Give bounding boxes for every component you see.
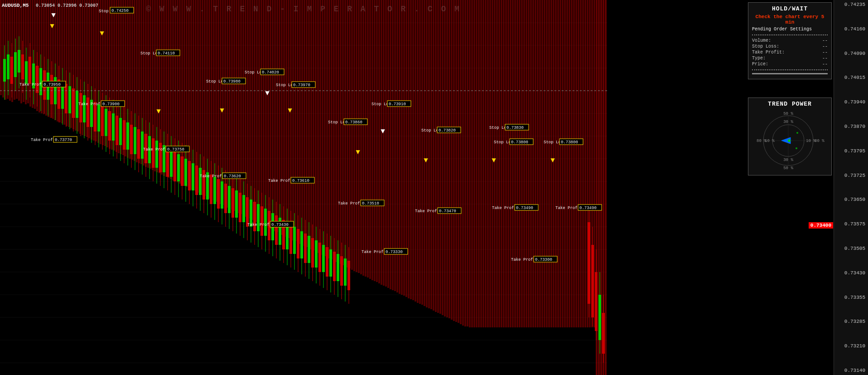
svg-rect-429 xyxy=(264,209,267,236)
svg-rect-30 xyxy=(32,0,34,108)
svg-rect-272 xyxy=(580,0,582,327)
svg-rect-271 xyxy=(578,0,579,327)
svg-rect-248 xyxy=(526,0,527,327)
svg-rect-347 xyxy=(116,116,118,145)
svg-rect-34 xyxy=(41,0,43,113)
svg-rect-136 xyxy=(272,0,274,230)
sl-value-11: 0.73800 xyxy=(561,140,578,145)
svg-rect-257 xyxy=(546,0,548,327)
alert-text: Check the chart every 5 min xyxy=(752,14,828,25)
svg-rect-289 xyxy=(10,57,13,84)
svg-rect-258 xyxy=(548,0,550,327)
svg-rect-447 xyxy=(297,229,299,258)
svg-rect-227 xyxy=(478,0,480,327)
svg-rect-156 xyxy=(317,0,319,253)
svg-rect-381 xyxy=(177,154,180,181)
price-13: 0.73355 xyxy=(835,295,867,300)
svg-rect-140 xyxy=(281,0,283,235)
svg-rect-31 xyxy=(34,0,36,109)
tp-value-9: 0.73490 xyxy=(516,206,533,210)
svg-rect-293 xyxy=(18,50,20,73)
price-9: 0.73650 xyxy=(835,197,867,202)
svg-rect-223 xyxy=(469,0,471,327)
svg-rect-389 xyxy=(192,163,194,190)
svg-rect-229 xyxy=(482,0,484,327)
svg-rect-157 xyxy=(319,0,321,254)
svg-rect-175 xyxy=(360,0,362,274)
svg-rect-151 xyxy=(306,0,308,247)
svg-rect-149 xyxy=(301,0,303,245)
svg-rect-485 xyxy=(602,313,605,354)
svg-rect-254 xyxy=(539,0,541,327)
svg-rect-475 xyxy=(347,261,350,290)
price-16: 0.73140 xyxy=(835,368,867,373)
price-1: 0.74235 xyxy=(835,2,867,7)
svg-rect-443 xyxy=(289,224,292,254)
svg-rect-25 xyxy=(20,0,22,103)
svg-rect-183 xyxy=(378,0,380,283)
svg-rect-263 xyxy=(559,0,561,327)
svg-rect-383 xyxy=(181,156,183,186)
svg-rect-182 xyxy=(376,0,378,282)
svg-rect-146 xyxy=(294,0,296,241)
svg-rect-262 xyxy=(557,0,559,327)
sl-value-1: 0.74250 xyxy=(111,9,129,13)
svg-rect-133 xyxy=(265,0,267,227)
tp-value-10: 0.73490 xyxy=(579,206,597,210)
svg-rect-471 xyxy=(340,256,343,286)
sl-value-3: 0.74020 xyxy=(262,70,279,75)
svg-rect-214 xyxy=(448,0,450,318)
svg-rect-247 xyxy=(523,0,525,327)
svg-rect-469 xyxy=(337,254,339,281)
svg-rect-287 xyxy=(7,54,10,79)
svg-rect-481 xyxy=(595,272,598,331)
tp-value-8: 0.73470 xyxy=(439,209,456,214)
hold-wait-panel: HOLD/WAIT Check the chart every 5 min Pe… xyxy=(748,2,832,79)
price-7: 0.73795 xyxy=(835,148,867,154)
sl-value-5: 0.73970 xyxy=(293,83,310,88)
price-10: 0.73575 xyxy=(835,221,867,227)
svg-rect-216 xyxy=(453,0,455,321)
svg-rect-196 xyxy=(408,0,410,298)
svg-rect-295 xyxy=(21,54,24,79)
type-row: Type: -- xyxy=(752,56,828,61)
svg-rect-189 xyxy=(392,0,394,290)
svg-rect-463 xyxy=(326,247,328,277)
trend-power-panel: TREND POWER 50 % 80 % 50 % 80 % 30 % 10 … xyxy=(748,97,832,175)
svg-rect-445 xyxy=(293,227,296,254)
svg-rect-321 xyxy=(68,86,71,113)
svg-rect-232 xyxy=(489,0,491,327)
svg-rect-285 xyxy=(3,59,6,82)
chart-header: AUDUSD,M5 0.73054 0.72996 0.73007 xyxy=(2,1,98,9)
svg-rect-170 xyxy=(349,0,351,268)
svg-rect-425 xyxy=(257,204,260,231)
sell-signal-arrow-4: ▼ xyxy=(220,107,224,115)
price-row-value: -- xyxy=(822,62,828,67)
svg-rect-393 xyxy=(199,168,202,195)
svg-rect-121 xyxy=(238,0,240,213)
sell-signal-arrow-3: ▼ xyxy=(156,107,161,116)
svg-rect-361 xyxy=(141,131,144,159)
watermark: © W W W . T R E N D - I M P E R A T O R … xyxy=(146,5,461,14)
sl-value-4: 0.73980 xyxy=(223,79,241,84)
svg-rect-203 xyxy=(424,0,425,306)
svg-rect-250 xyxy=(530,0,532,327)
svg-rect-261 xyxy=(555,0,557,327)
svg-rect-204 xyxy=(426,0,428,307)
svg-rect-269 xyxy=(573,0,575,327)
svg-rect-154 xyxy=(313,0,314,250)
svg-point-527 xyxy=(796,132,798,134)
svg-rect-165 xyxy=(338,0,339,263)
svg-rect-222 xyxy=(467,0,468,326)
svg-rect-231 xyxy=(487,0,489,327)
svg-rect-152 xyxy=(308,0,310,248)
price-row-label: Price: xyxy=(752,62,768,67)
buy-signal-arrow-1: ▼ xyxy=(51,11,56,19)
svg-rect-411 xyxy=(231,188,234,218)
svg-rect-467 xyxy=(333,252,336,281)
svg-rect-349 xyxy=(119,118,122,145)
svg-rect-399 xyxy=(210,175,212,204)
svg-rect-180 xyxy=(371,0,373,280)
svg-rect-449 xyxy=(300,231,303,258)
svg-rect-162 xyxy=(331,0,333,259)
